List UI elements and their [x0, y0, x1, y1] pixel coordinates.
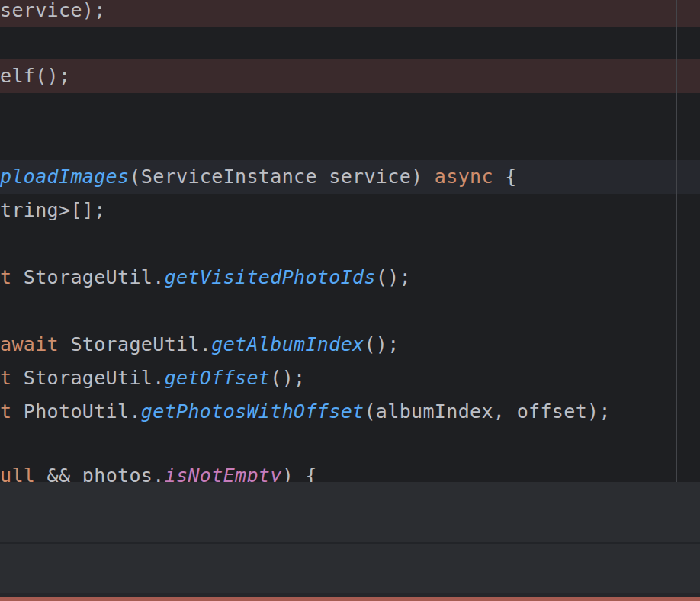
code-token-keyword: ull — [0, 464, 35, 482]
code-token-property: isNotEmpty — [165, 464, 282, 482]
code-token-default: (); — [364, 333, 399, 355]
right-margin-guide — [676, 0, 677, 482]
code-token-method: getOffset — [165, 367, 271, 389]
line-service-arg-end[interactable]: service); — [0, 0, 700, 27]
tool-window-content-area[interactable] — [0, 544, 700, 593]
line-upload-images-signature[interactable]: ploadImages(ServiceInstance service) asy… — [0, 160, 700, 194]
line-photos-not-empty-check[interactable]: ull && photos.isNotEmpty) { — [0, 459, 700, 482]
code-token-keyword: t — [0, 266, 11, 288]
code-token-keyword: async — [435, 166, 493, 188]
code-token-default: { — [493, 166, 517, 188]
code-token-method: getVisitedPhotoIds — [165, 266, 376, 288]
code-token-default: (albumIndex, offset); — [364, 400, 610, 423]
ide-window: service);elf();ploadImages(ServiceInstan… — [0, 0, 700, 601]
code-token-method: getAlbumIndex — [211, 333, 364, 355]
line-get-album-index[interactable]: await StorageUtil.getAlbumIndex(); — [0, 328, 700, 362]
code-token-keyword: t — [0, 367, 11, 389]
code-token-default: tring>[]; — [0, 199, 106, 221]
line-get-photos-with-offset[interactable]: t PhotoUtil.getPhotosWithOffset(albumInd… — [0, 395, 700, 429]
code-token-default: ) { — [282, 464, 317, 482]
bottom-accent-bar — [0, 597, 700, 601]
code-token-method: getPhotosWithOffset — [141, 400, 364, 423]
tool-window-header-area[interactable] — [0, 482, 700, 542]
code-token-default: elf(); — [0, 65, 70, 87]
code-token-default: (); — [376, 266, 411, 288]
code-token-default: service); — [0, 0, 106, 21]
line-invoke-self-end[interactable]: elf(); — [0, 59, 700, 93]
code-token-default: PhotoUtil. — [11, 400, 140, 423]
line-get-visited-photo-ids[interactable]: t StorageUtil.getVisitedPhotoIds(); — [0, 261, 700, 294]
code-token-default: StorageUtil. — [59, 333, 211, 355]
code-token-keyword: await — [0, 333, 59, 355]
code-token-keyword: t — [0, 400, 11, 423]
line-string-list-end[interactable]: tring>[]; — [0, 194, 700, 227]
code-token-default: && photos. — [35, 464, 164, 482]
bottom-tool-window — [0, 482, 700, 593]
code-editor[interactable]: service);elf();ploadImages(ServiceInstan… — [0, 0, 700, 482]
line-get-offset[interactable]: t StorageUtil.getOffset(); — [0, 362, 700, 395]
code-token-default: StorageUtil. — [11, 367, 164, 389]
code-token-default: StorageUtil. — [11, 266, 164, 288]
code-token-default: (); — [270, 367, 305, 389]
code-token-method: ploadImages — [0, 166, 129, 188]
code-token-default: (ServiceInstance service) — [129, 166, 434, 188]
